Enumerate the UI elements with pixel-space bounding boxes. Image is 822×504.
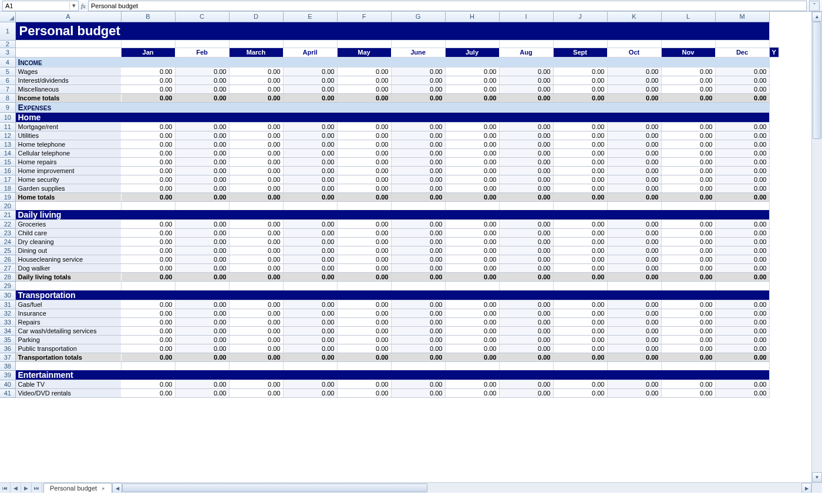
cell[interactable]: 0.00 (175, 122, 229, 131)
row-header[interactable]: 32 (0, 309, 15, 317)
cell[interactable]: 0.00 (175, 273, 229, 282)
cell[interactable] (445, 361, 499, 370)
col-header[interactable]: E (283, 12, 337, 22)
cell[interactable]: 0.00 (283, 84, 337, 93)
cell[interactable]: 0.00 (337, 246, 391, 255)
row-header[interactable]: 39 (0, 370, 15, 380)
cell[interactable]: 0.00 (715, 157, 769, 166)
cell[interactable]: 0.00 (391, 184, 445, 192)
cell[interactable]: 0.00 (121, 335, 175, 344)
row-label[interactable]: Garden supplies (15, 184, 121, 192)
cell[interactable]: 0.00 (661, 175, 715, 184)
cell[interactable]: 0.00 (445, 326, 499, 335)
cell[interactable]: 0.00 (391, 166, 445, 175)
cell[interactable]: 0.00 (121, 353, 175, 361)
cell[interactable]: 0.00 (661, 67, 715, 76)
cell[interactable]: 0.00 (391, 309, 445, 317)
cell[interactable]: 0.00 (499, 93, 553, 102)
cell[interactable]: 0.00 (283, 238, 337, 246)
cell[interactable]: 0.00 (607, 76, 661, 84)
cell[interactable]: 0.00 (499, 157, 553, 166)
cell[interactable]: 0.00 (175, 238, 229, 246)
cell[interactable]: 0.00 (337, 380, 391, 389)
cell[interactable] (661, 40, 715, 48)
cell[interactable]: 0.00 (499, 131, 553, 140)
cell[interactable]: 0.00 (553, 389, 607, 398)
cell[interactable]: 0.00 (715, 220, 769, 229)
cell[interactable] (121, 282, 175, 290)
cell[interactable]: 0.00 (391, 300, 445, 309)
cell[interactable]: 0.00 (175, 76, 229, 84)
col-header[interactable]: G (391, 12, 445, 22)
row-header[interactable]: 12 (0, 131, 15, 140)
cell[interactable]: 0.00 (283, 157, 337, 166)
cell[interactable]: 0.00 (553, 84, 607, 93)
cell[interactable]: 0.00 (499, 317, 553, 326)
col-header[interactable]: D (229, 12, 283, 22)
cell[interactable]: 0.00 (121, 229, 175, 238)
cell[interactable]: 0.00 (283, 184, 337, 192)
grid-viewport[interactable]: ABCDEFGHIJKLM1Personal budget23JanFebMar… (0, 12, 811, 482)
cell[interactable]: 0.00 (661, 264, 715, 273)
cell[interactable]: 0.00 (553, 157, 607, 166)
cell[interactable]: 0.00 (715, 335, 769, 344)
col-header[interactable]: B (121, 12, 175, 22)
row-label[interactable]: Interest/dividends (15, 76, 121, 84)
cell[interactable]: 0.00 (553, 166, 607, 175)
cell[interactable]: 0.00 (553, 264, 607, 273)
cell[interactable]: 0.00 (553, 273, 607, 282)
spreadsheet-grid[interactable]: ABCDEFGHIJKLM1Personal budget23JanFebMar… (0, 12, 779, 398)
cell[interactable]: 0.00 (175, 326, 229, 335)
cell[interactable]: 0.00 (715, 380, 769, 389)
row-header[interactable]: 5 (0, 67, 15, 76)
cell[interactable]: 0.00 (499, 229, 553, 238)
cell[interactable]: 0.00 (391, 255, 445, 264)
row-header[interactable]: 8 (0, 93, 15, 102)
row-label[interactable]: Video/DVD rentals (15, 389, 121, 398)
row-label[interactable]: Mortgage/rent (15, 122, 121, 131)
cell[interactable]: 0.00 (499, 76, 553, 84)
cell[interactable]: 0.00 (499, 148, 553, 157)
cell[interactable] (337, 282, 391, 290)
cell[interactable]: 0.00 (499, 67, 553, 76)
cell[interactable]: 0.00 (337, 353, 391, 361)
cell[interactable]: 0.00 (661, 326, 715, 335)
cell[interactable]: 0.00 (445, 317, 499, 326)
cell[interactable]: 0.00 (553, 122, 607, 131)
row-label[interactable]: Home repairs (15, 157, 121, 166)
row-label[interactable]: Miscellaneous (15, 84, 121, 93)
month-header[interactable]: Jan (121, 48, 175, 57)
cell[interactable]: 0.00 (391, 140, 445, 148)
month-header[interactable]: Nov (661, 48, 715, 57)
cell[interactable]: 0.00 (607, 84, 661, 93)
cell[interactable]: 0.00 (607, 389, 661, 398)
cell[interactable]: 0.00 (337, 255, 391, 264)
vertical-scrollbar[interactable]: ▲ ▼ (811, 12, 822, 482)
cell[interactable]: 0.00 (445, 229, 499, 238)
row-label[interactable]: Groceries (15, 220, 121, 229)
cell[interactable]: 0.00 (445, 122, 499, 131)
formula-input[interactable]: Personal budget (88, 1, 807, 11)
cell[interactable]: 0.00 (283, 76, 337, 84)
row-label[interactable]: Public transportation (15, 344, 121, 353)
cell[interactable]: 0.00 (337, 238, 391, 246)
cell[interactable]: 0.00 (661, 157, 715, 166)
cell[interactable]: 0.00 (121, 67, 175, 76)
cell[interactable]: 0.00 (661, 192, 715, 201)
cell[interactable] (445, 40, 499, 48)
cell[interactable]: 0.00 (229, 309, 283, 317)
cell[interactable]: 0.00 (337, 326, 391, 335)
cell[interactable]: 0.00 (499, 300, 553, 309)
cell[interactable]: 0.00 (337, 166, 391, 175)
cell[interactable]: 0.00 (553, 317, 607, 326)
col-header[interactable]: J (553, 12, 607, 22)
cell[interactable]: 0.00 (175, 184, 229, 192)
cell[interactable]: 0.00 (715, 93, 769, 102)
cell[interactable] (499, 361, 553, 370)
scroll-down-button[interactable]: ▼ (812, 472, 822, 482)
cell[interactable] (391, 201, 445, 210)
cell[interactable]: 0.00 (553, 335, 607, 344)
row-label[interactable]: Car wash/detailing services (15, 326, 121, 335)
cell[interactable]: 0.00 (607, 229, 661, 238)
cell[interactable]: 0.00 (283, 220, 337, 229)
